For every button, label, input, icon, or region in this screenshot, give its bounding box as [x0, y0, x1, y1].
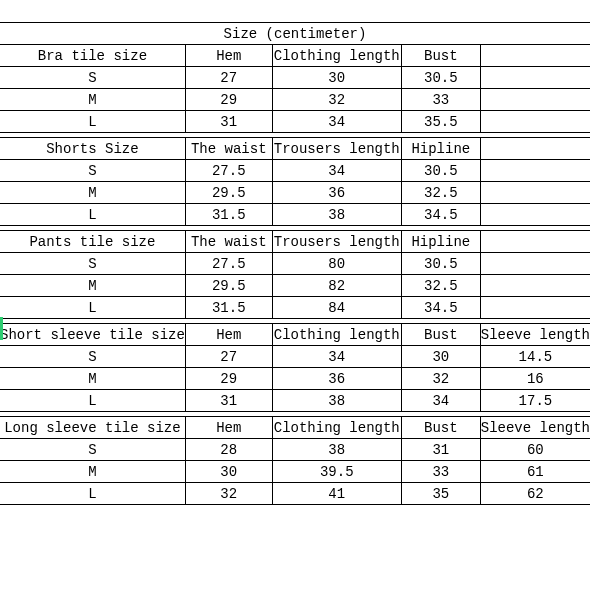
header-cell: Clothing length: [272, 45, 401, 67]
header-cell: The waist: [185, 138, 272, 160]
value-cell: 30: [401, 346, 480, 368]
table-row: L 31.5 84 34.5: [0, 297, 590, 319]
size-cell: L: [0, 297, 185, 319]
header-cell: Hem: [185, 45, 272, 67]
value-cell: 29: [185, 368, 272, 390]
value-cell: 35: [401, 483, 480, 505]
header-cell: [480, 231, 590, 253]
value-cell: 39.5: [272, 461, 401, 483]
value-cell: 34.5: [401, 297, 480, 319]
header-cell: Bust: [401, 324, 480, 346]
section-header-row: Pants tile size The waist Trousers lengt…: [0, 231, 590, 253]
table-row: M 29 36 32 16: [0, 368, 590, 390]
size-cell: S: [0, 346, 185, 368]
title-row: Size (centimeter): [0, 23, 590, 45]
size-chart-table: Size (centimeter) Bra tile size Hem Clot…: [0, 22, 590, 505]
header-cell: The waist: [185, 231, 272, 253]
value-cell: [480, 111, 590, 133]
size-cell: L: [0, 390, 185, 412]
size-cell: M: [0, 89, 185, 111]
size-cell: L: [0, 204, 185, 226]
value-cell: 32.5: [401, 275, 480, 297]
value-cell: 27.5: [185, 160, 272, 182]
header-cell: Bust: [401, 45, 480, 67]
table-title: Size (centimeter): [0, 23, 590, 45]
header-cell: Hem: [185, 324, 272, 346]
value-cell: 34.5: [401, 204, 480, 226]
section-header-row: Short sleeve tile size Hem Clothing leng…: [0, 324, 590, 346]
value-cell: [480, 275, 590, 297]
table-row: M 29.5 36 32.5: [0, 182, 590, 204]
header-cell: Sleeve length: [480, 417, 590, 439]
value-cell: 17.5: [480, 390, 590, 412]
value-cell: 32: [185, 483, 272, 505]
header-cell: [480, 45, 590, 67]
value-cell: [480, 297, 590, 319]
value-cell: 31.5: [185, 204, 272, 226]
value-cell: 27: [185, 346, 272, 368]
value-cell: 32: [272, 89, 401, 111]
header-cell: Clothing length: [272, 324, 401, 346]
value-cell: 38: [272, 204, 401, 226]
header-cell: Hipline: [401, 231, 480, 253]
table-row: S 27 34 30 14.5: [0, 346, 590, 368]
header-cell: Bust: [401, 417, 480, 439]
value-cell: 34: [272, 160, 401, 182]
size-cell: M: [0, 368, 185, 390]
size-cell: S: [0, 67, 185, 89]
value-cell: 34: [272, 346, 401, 368]
size-cell: M: [0, 461, 185, 483]
value-cell: 31.5: [185, 297, 272, 319]
value-cell: 31: [185, 111, 272, 133]
value-cell: 35.5: [401, 111, 480, 133]
value-cell: 29.5: [185, 275, 272, 297]
table-row: M 29.5 82 32.5: [0, 275, 590, 297]
value-cell: 16: [480, 368, 590, 390]
header-cell: [480, 138, 590, 160]
value-cell: 61: [480, 461, 590, 483]
header-cell: Trousers length: [272, 138, 401, 160]
value-cell: 84: [272, 297, 401, 319]
table-row: L 32 41 35 62: [0, 483, 590, 505]
header-cell: Hem: [185, 417, 272, 439]
header-cell: Clothing length: [272, 417, 401, 439]
value-cell: 27.5: [185, 253, 272, 275]
value-cell: 38: [272, 439, 401, 461]
value-cell: 32: [401, 368, 480, 390]
value-cell: 41: [272, 483, 401, 505]
value-cell: [480, 253, 590, 275]
header-cell: Pants tile size: [0, 231, 185, 253]
value-cell: 82: [272, 275, 401, 297]
section-header-row: Long sleeve tile size Hem Clothing lengt…: [0, 417, 590, 439]
size-cell: L: [0, 483, 185, 505]
header-cell: Trousers length: [272, 231, 401, 253]
value-cell: 31: [185, 390, 272, 412]
section-header-row: Shorts Size The waist Trousers length Hi…: [0, 138, 590, 160]
value-cell: 36: [272, 182, 401, 204]
header-cell: Short sleeve tile size: [0, 324, 185, 346]
value-cell: 30: [272, 67, 401, 89]
value-cell: 30.5: [401, 67, 480, 89]
size-cell: S: [0, 253, 185, 275]
value-cell: 14.5: [480, 346, 590, 368]
table-row: S 28 38 31 60: [0, 439, 590, 461]
table-row: S 27 30 30.5: [0, 67, 590, 89]
value-cell: 33: [401, 89, 480, 111]
size-cell: S: [0, 160, 185, 182]
value-cell: 34: [272, 111, 401, 133]
value-cell: [480, 89, 590, 111]
table-row: S 27.5 34 30.5: [0, 160, 590, 182]
header-cell: Hipline: [401, 138, 480, 160]
value-cell: 38: [272, 390, 401, 412]
value-cell: 33: [401, 461, 480, 483]
value-cell: 32.5: [401, 182, 480, 204]
header-cell: Shorts Size: [0, 138, 185, 160]
value-cell: 30.5: [401, 160, 480, 182]
table-row: M 30 39.5 33 61: [0, 461, 590, 483]
value-cell: 29: [185, 89, 272, 111]
table-row: S 27.5 80 30.5: [0, 253, 590, 275]
value-cell: 60: [480, 439, 590, 461]
header-cell: Long sleeve tile size: [0, 417, 185, 439]
value-cell: 28: [185, 439, 272, 461]
section-header-row: Bra tile size Hem Clothing length Bust: [0, 45, 590, 67]
